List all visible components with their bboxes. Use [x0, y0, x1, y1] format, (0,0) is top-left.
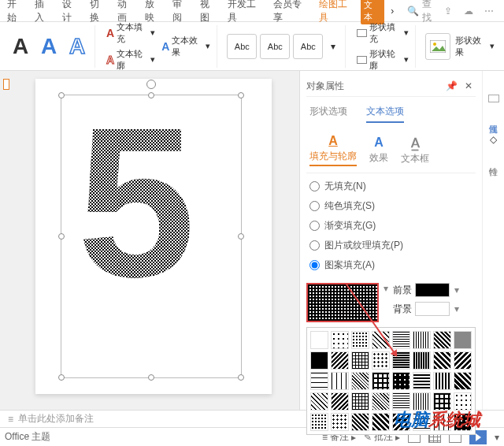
background-color-swatch[interactable] [415, 302, 450, 316]
chevron-right-icon[interactable]: › [386, 4, 399, 18]
resize-handle-mr[interactable] [238, 233, 244, 240]
text-fill-button[interactable]: A文本填充 ▾ [105, 20, 157, 46]
notes-handle-icon[interactable]: ≡ [8, 414, 12, 425]
subtab-effects[interactable]: A 效果 [369, 136, 388, 165]
pattern-swatch[interactable] [331, 351, 349, 370]
pattern-swatch[interactable] [454, 413, 472, 431]
pattern-swatch[interactable] [413, 413, 431, 431]
text-outline-button[interactable]: A文本轮廓 ▾ [105, 47, 157, 72]
pattern-swatch[interactable] [433, 413, 451, 431]
radio-solid-fill[interactable]: 纯色填充(S) [309, 199, 472, 213]
radio-gradient-fill[interactable]: 渐变填充(G) [309, 219, 472, 232]
pattern-swatch[interactable] [351, 392, 369, 411]
pattern-swatch[interactable] [351, 372, 369, 390]
pin-icon[interactable]: 📌 [445, 79, 459, 93]
resize-handle-tl[interactable] [58, 92, 65, 98]
pattern-swatch[interactable] [392, 372, 410, 390]
foreground-color-dropdown[interactable]: ▾ [453, 284, 461, 295]
subtab-fill-outline[interactable]: A 填充与轮廓 [309, 134, 357, 166]
pattern-swatch[interactable] [331, 331, 349, 349]
pattern-swatch[interactable] [372, 331, 390, 349]
pattern-swatch[interactable] [413, 372, 431, 390]
radio-picture-fill[interactable]: 图片或纹理填充(P) [309, 239, 472, 252]
pattern-swatch[interactable] [372, 351, 390, 370]
selected-pattern-preview[interactable] [306, 283, 379, 322]
resize-handle-bm[interactable] [148, 374, 154, 381]
slide[interactable]: 5 [35, 79, 272, 394]
shape-style-2[interactable]: Abc [260, 34, 290, 59]
pattern-swatch[interactable] [331, 392, 349, 411]
shape-style-3[interactable]: Abc [293, 34, 323, 59]
panel-title-text[interactable]: 对象属性 [306, 80, 344, 93]
pattern-swatch[interactable] [331, 413, 349, 431]
wordart-style-1[interactable]: A [8, 34, 33, 59]
diamond-icon[interactable]: ◇ [490, 134, 497, 145]
resize-handle-bl[interactable] [58, 374, 65, 381]
pattern-swatch[interactable] [433, 392, 451, 411]
wordart-style-3[interactable]: A [65, 34, 90, 59]
pattern-swatch[interactable] [454, 331, 472, 349]
radio-no-fill[interactable]: 无填充(N) [309, 180, 472, 193]
pattern-swatch[interactable] [310, 392, 328, 411]
pattern-swatch[interactable] [433, 351, 451, 370]
menu-view[interactable]: 视图 [196, 0, 222, 28]
pattern-swatch[interactable] [413, 331, 431, 349]
search-box[interactable]: 🔍 查找 [407, 0, 439, 24]
cloud-icon[interactable]: ☁ [461, 4, 476, 18]
selected-textbox[interactable]: 5 [61, 95, 242, 378]
pattern-swatch[interactable] [433, 331, 451, 349]
menu-member[interactable]: 会员专享 [269, 0, 313, 28]
menu-start[interactable]: 开始 [3, 0, 29, 28]
shape-styles-more-icon[interactable]: ▾ [326, 39, 340, 54]
wordart-style-2[interactable]: A [36, 34, 61, 59]
pattern-swatch[interactable] [310, 331, 328, 349]
pattern-swatch[interactable] [310, 351, 328, 370]
pattern-swatch[interactable] [392, 413, 410, 431]
resize-handle-ml[interactable] [58, 233, 65, 240]
slide-canvas[interactable]: 5 [0, 71, 299, 410]
pattern-swatch[interactable] [454, 392, 472, 411]
pattern-swatch[interactable] [372, 392, 390, 411]
pattern-swatch[interactable] [331, 372, 349, 390]
shape-effects-button[interactable]: 形状效果 ▾ [454, 34, 496, 59]
resize-handle-br[interactable] [238, 374, 244, 381]
pattern-swatch[interactable] [454, 372, 472, 390]
pattern-swatch[interactable] [413, 392, 431, 411]
menu-insert[interactable]: 插入 [31, 0, 57, 28]
share-icon[interactable]: ⇪ [441, 4, 455, 18]
pattern-dropdown-icon[interactable]: ▾ [382, 283, 390, 294]
pattern-swatch[interactable] [310, 413, 328, 431]
pattern-swatch[interactable] [392, 351, 410, 370]
more-icon[interactable]: ⋯ [482, 4, 496, 18]
pattern-swatch[interactable] [372, 372, 390, 390]
resize-handle-tr[interactable] [238, 92, 244, 98]
shape-fill-button[interactable]: 形状填充 ▾ [355, 20, 410, 46]
subtab-textbox[interactable]: A̲ 文本框 [401, 136, 429, 165]
background-color-dropdown[interactable]: ▾ [453, 303, 461, 314]
text-effects-button[interactable]: A文本效果 ▾ [160, 34, 212, 59]
slide-thumbnail-marker[interactable] [3, 79, 9, 90]
radio-pattern-fill[interactable]: 图案填充(A) [309, 258, 472, 272]
shape-outline-button[interactable]: 形状轮廓 ▾ [355, 47, 410, 72]
menu-review[interactable]: 审阅 [169, 0, 195, 28]
tab-text-options[interactable]: 文本选项 [366, 105, 404, 123]
play-dropdown-icon[interactable]: ▾ [495, 432, 499, 443]
close-icon[interactable]: ✕ [461, 79, 476, 93]
pattern-swatch[interactable] [454, 351, 472, 370]
pattern-swatch[interactable] [310, 372, 328, 390]
pattern-swatch[interactable] [392, 392, 410, 411]
picture-icon[interactable] [425, 33, 450, 60]
pattern-swatch[interactable] [392, 331, 410, 349]
pattern-swatch[interactable] [372, 413, 390, 431]
menu-drawing-tools[interactable]: 绘图工具 [315, 0, 359, 28]
pattern-swatch[interactable] [351, 351, 369, 370]
foreground-color-swatch[interactable] [415, 283, 450, 297]
pattern-swatch[interactable] [413, 351, 431, 370]
menu-devtools[interactable]: 开发工具 [224, 0, 268, 28]
menu-design[interactable]: 设计 [58, 0, 84, 28]
pattern-swatch[interactable] [351, 331, 369, 349]
pattern-swatch[interactable] [351, 413, 369, 431]
side-tab-icon[interactable] [488, 95, 499, 102]
pattern-swatch[interactable] [433, 372, 451, 390]
tab-shape-options[interactable]: 形状选项 [309, 105, 347, 123]
